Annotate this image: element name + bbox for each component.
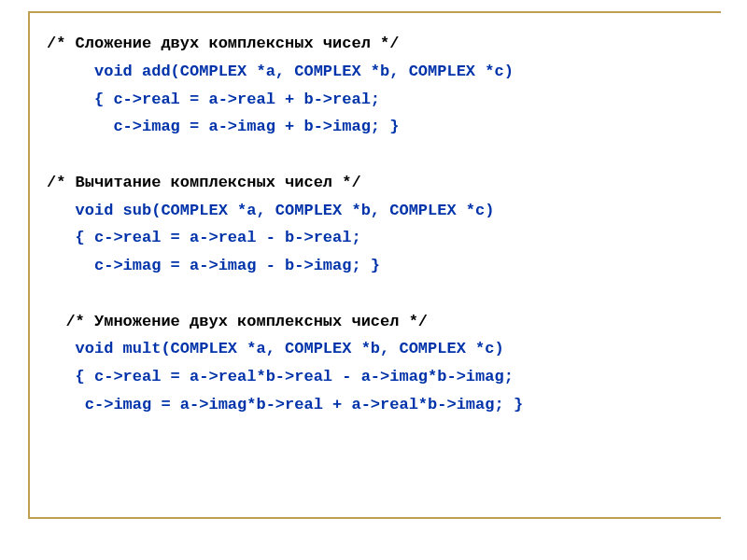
sub-signature: void sub(COMPLEX *a, COMPLEX *b, COMPLEX… <box>47 197 712 225</box>
code-frame: /* Сложение двух комплексных чисел */ vo… <box>28 11 721 519</box>
sub-body-1: { c->real = a->real - b->real; <box>47 224 712 252</box>
add-body-1: { c->real = a->real + b->real; <box>47 86 712 114</box>
comment-sub: /* Вычитание комплексных чисел */ <box>47 169 712 197</box>
add-signature: void add(COMPLEX *a, COMPLEX *b, COMPLEX… <box>47 58 712 86</box>
blank-line <box>47 141 712 169</box>
mult-signature: void mult(COMPLEX *a, COMPLEX *b, COMPLE… <box>47 335 712 363</box>
comment-mult: /* Умножение двух комплексных чисел */ <box>47 308 712 336</box>
mult-body-2: c->imag = a->imag*b->real + a->real*b->i… <box>47 391 712 419</box>
mult-body-1: { c->real = a->real*b->real - a->imag*b-… <box>47 363 712 391</box>
sub-body-2: c->imag = a->imag - b->imag; } <box>47 252 712 280</box>
comment-add: /* Сложение двух комплексных чисел */ <box>47 30 712 58</box>
blank-line <box>47 280 712 308</box>
add-body-2: c->imag = a->imag + b->imag; } <box>47 113 712 141</box>
code-block: /* Сложение двух комплексных чисел */ vo… <box>30 13 721 428</box>
